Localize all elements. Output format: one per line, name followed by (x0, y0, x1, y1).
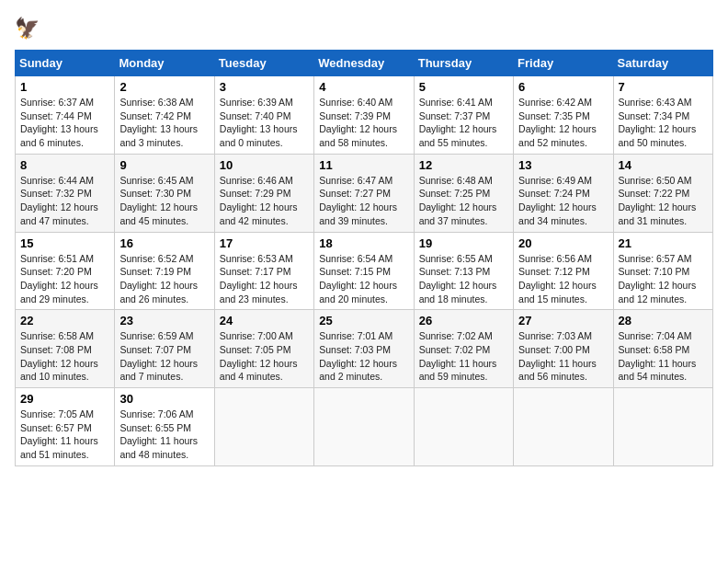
cell-info: Sunrise: 7:04 AMSunset: 6:58 PMDaylight:… (619, 330, 697, 382)
calendar-cell (214, 388, 313, 466)
day-number: 16 (119, 236, 209, 250)
cell-info: Sunrise: 6:44 AMSunset: 7:32 PMDaylight:… (20, 175, 98, 226)
header-monday: Monday (115, 51, 214, 76)
cell-info: Sunrise: 6:38 AMSunset: 7:42 PMDaylight:… (119, 97, 198, 148)
header-saturday: Saturday (613, 51, 712, 76)
day-number: 18 (319, 236, 408, 250)
day-number: 4 (319, 80, 408, 94)
logo-icon: 🦅 (15, 15, 42, 42)
cell-info: Sunrise: 6:50 AMSunset: 7:22 PMDaylight:… (619, 175, 697, 226)
calendar-cell (314, 388, 414, 466)
calendar-cell: 15 Sunrise: 6:51 AMSunset: 7:20 PMDaylig… (16, 232, 115, 310)
header-sunday: Sunday (16, 51, 115, 76)
calendar-cell: 8 Sunrise: 6:44 AMSunset: 7:32 PMDayligh… (16, 154, 115, 232)
calendar-cell: 7 Sunrise: 6:43 AMSunset: 7:34 PMDayligh… (613, 76, 712, 155)
day-number: 22 (20, 314, 109, 327)
day-number: 15 (20, 236, 109, 250)
day-number: 29 (20, 392, 109, 406)
cell-info: Sunrise: 6:43 AMSunset: 7:34 PMDaylight:… (619, 97, 697, 148)
calendar-cell: 24 Sunrise: 7:00 AMSunset: 7:05 PMDaylig… (214, 310, 313, 388)
cell-info: Sunrise: 6:52 AMSunset: 7:19 PMDaylight:… (119, 253, 198, 304)
day-number: 28 (619, 314, 708, 327)
calendar-cell: 6 Sunrise: 6:42 AMSunset: 7:35 PMDayligh… (514, 76, 613, 155)
calendar-week-3: 15 Sunrise: 6:51 AMSunset: 7:20 PMDaylig… (16, 232, 713, 310)
day-number: 26 (419, 314, 508, 327)
cell-info: Sunrise: 7:05 AMSunset: 6:57 PMDaylight:… (20, 408, 98, 460)
calendar-cell: 12 Sunrise: 6:48 AMSunset: 7:25 PMDaylig… (414, 154, 513, 232)
day-number: 12 (419, 158, 508, 172)
day-number: 6 (518, 80, 608, 94)
header-friday: Friday (514, 51, 613, 76)
calendar-week-5: 29 Sunrise: 7:05 AMSunset: 6:57 PMDaylig… (16, 388, 713, 466)
cell-info: Sunrise: 6:39 AMSunset: 7:40 PMDaylight:… (220, 97, 298, 148)
cell-info: Sunrise: 6:55 AMSunset: 7:13 PMDaylight:… (419, 253, 497, 304)
logo: 🦅 (15, 15, 46, 42)
calendar-cell: 25 Sunrise: 7:01 AMSunset: 7:03 PMDaylig… (314, 310, 414, 388)
calendar-cell: 3 Sunrise: 6:39 AMSunset: 7:40 PMDayligh… (214, 76, 313, 155)
day-number: 27 (518, 314, 608, 327)
calendar-cell: 16 Sunrise: 6:52 AMSunset: 7:19 PMDaylig… (115, 232, 214, 310)
cell-info: Sunrise: 6:59 AMSunset: 7:07 PMDaylight:… (119, 330, 198, 382)
cell-info: Sunrise: 6:42 AMSunset: 7:35 PMDaylight:… (518, 97, 597, 148)
day-number: 7 (619, 80, 708, 94)
cell-info: Sunrise: 6:53 AMSunset: 7:17 PMDaylight:… (220, 253, 298, 304)
day-number: 9 (119, 158, 209, 172)
svg-text:🦅: 🦅 (15, 16, 40, 40)
cell-info: Sunrise: 6:47 AMSunset: 7:27 PMDaylight:… (319, 175, 397, 226)
day-number: 21 (619, 236, 708, 250)
header-tuesday: Tuesday (214, 51, 313, 76)
day-number: 5 (419, 80, 508, 94)
calendar-cell: 29 Sunrise: 7:05 AMSunset: 6:57 PMDaylig… (16, 388, 115, 466)
calendar-week-4: 22 Sunrise: 6:58 AMSunset: 7:08 PMDaylig… (16, 310, 713, 388)
cell-info: Sunrise: 6:54 AMSunset: 7:15 PMDaylight:… (319, 253, 397, 304)
header-wednesday: Wednesday (314, 51, 414, 76)
day-number: 19 (419, 236, 508, 250)
cell-info: Sunrise: 6:48 AMSunset: 7:25 PMDaylight:… (419, 175, 497, 226)
calendar-cell: 2 Sunrise: 6:38 AMSunset: 7:42 PMDayligh… (115, 76, 214, 155)
day-number: 1 (20, 80, 109, 94)
calendar-header-row: SundayMondayTuesdayWednesdayThursdayFrid… (16, 51, 713, 76)
day-number: 23 (119, 314, 209, 327)
day-number: 24 (220, 314, 309, 327)
calendar-week-1: 1 Sunrise: 6:37 AMSunset: 7:44 PMDayligh… (16, 76, 713, 155)
day-number: 11 (319, 158, 408, 172)
day-number: 20 (518, 236, 608, 250)
calendar-cell: 26 Sunrise: 7:02 AMSunset: 7:02 PMDaylig… (414, 310, 513, 388)
calendar-cell: 9 Sunrise: 6:45 AMSunset: 7:30 PMDayligh… (115, 154, 214, 232)
calendar-cell: 14 Sunrise: 6:50 AMSunset: 7:22 PMDaylig… (613, 154, 712, 232)
calendar-cell: 13 Sunrise: 6:49 AMSunset: 7:24 PMDaylig… (514, 154, 613, 232)
cell-info: Sunrise: 6:40 AMSunset: 7:39 PMDaylight:… (319, 97, 397, 148)
calendar-cell: 18 Sunrise: 6:54 AMSunset: 7:15 PMDaylig… (314, 232, 414, 310)
day-number: 2 (119, 80, 209, 94)
day-number: 25 (319, 314, 408, 327)
header-thursday: Thursday (414, 51, 513, 76)
calendar-cell: 10 Sunrise: 6:46 AMSunset: 7:29 PMDaylig… (214, 154, 313, 232)
cell-info: Sunrise: 7:06 AMSunset: 6:55 PMDaylight:… (119, 408, 198, 460)
calendar-cell: 4 Sunrise: 6:40 AMSunset: 7:39 PMDayligh… (314, 76, 414, 155)
calendar-cell: 27 Sunrise: 7:03 AMSunset: 7:00 PMDaylig… (514, 310, 613, 388)
day-number: 3 (220, 80, 309, 94)
cell-info: Sunrise: 7:00 AMSunset: 7:05 PMDaylight:… (220, 330, 298, 382)
day-number: 10 (220, 158, 309, 172)
cell-info: Sunrise: 6:56 AMSunset: 7:12 PMDaylight:… (518, 253, 597, 304)
cell-info: Sunrise: 6:46 AMSunset: 7:29 PMDaylight:… (220, 175, 298, 226)
calendar-cell (613, 388, 712, 466)
cell-info: Sunrise: 6:58 AMSunset: 7:08 PMDaylight:… (20, 330, 98, 382)
cell-info: Sunrise: 6:51 AMSunset: 7:20 PMDaylight:… (20, 253, 98, 304)
calendar-cell: 28 Sunrise: 7:04 AMSunset: 6:58 PMDaylig… (613, 310, 712, 388)
day-number: 30 (119, 392, 209, 406)
calendar-cell: 1 Sunrise: 6:37 AMSunset: 7:44 PMDayligh… (16, 76, 115, 155)
calendar-cell: 17 Sunrise: 6:53 AMSunset: 7:17 PMDaylig… (214, 232, 313, 310)
day-number: 8 (20, 158, 109, 172)
day-number: 13 (518, 158, 608, 172)
cell-info: Sunrise: 6:45 AMSunset: 7:30 PMDaylight:… (119, 175, 198, 226)
calendar-cell: 5 Sunrise: 6:41 AMSunset: 7:37 PMDayligh… (414, 76, 513, 155)
cell-info: Sunrise: 6:41 AMSunset: 7:37 PMDaylight:… (419, 97, 497, 148)
calendar-table: SundayMondayTuesdayWednesdayThursdayFrid… (15, 50, 713, 466)
cell-info: Sunrise: 7:01 AMSunset: 7:03 PMDaylight:… (319, 330, 397, 382)
page-header: 🦅 (15, 15, 713, 42)
calendar-cell: 21 Sunrise: 6:57 AMSunset: 7:10 PMDaylig… (613, 232, 712, 310)
calendar-cell (514, 388, 613, 466)
cell-info: Sunrise: 6:57 AMSunset: 7:10 PMDaylight:… (619, 253, 697, 304)
calendar-cell: 30 Sunrise: 7:06 AMSunset: 6:55 PMDaylig… (115, 388, 214, 466)
